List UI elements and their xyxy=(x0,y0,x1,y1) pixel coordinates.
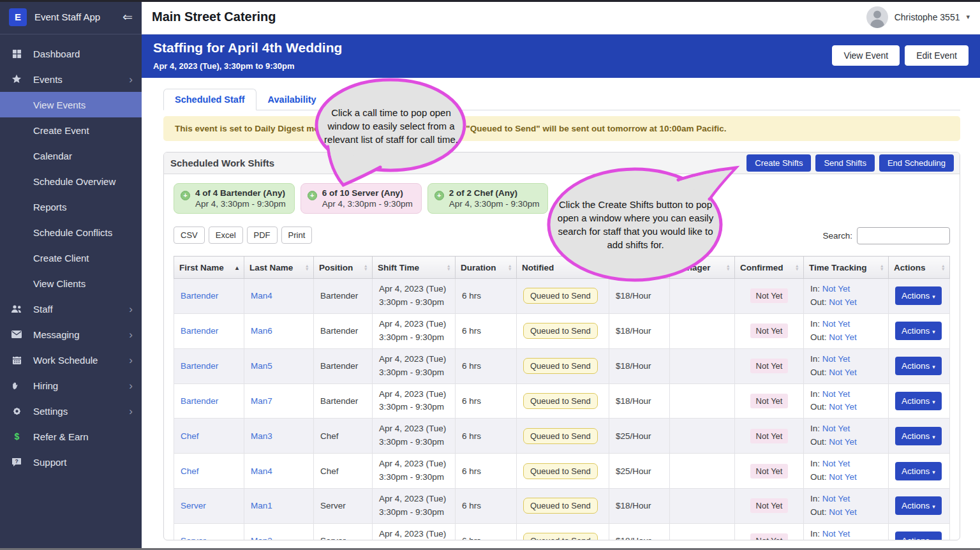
column-header-actions[interactable]: Actions▴▾ xyxy=(889,256,950,279)
first-name-link[interactable]: Chef xyxy=(181,431,199,441)
sidebar-item-support[interactable]: ?Support xyxy=(0,449,142,475)
notified-status-badge[interactable]: Queued to Send xyxy=(523,323,598,339)
sidebar-item-staff[interactable]: Staff› xyxy=(0,296,142,322)
column-header-first-name[interactable]: First Name▴ xyxy=(174,256,244,279)
plus-circle-icon: + xyxy=(181,191,190,200)
actions-label: Actions xyxy=(902,431,930,441)
sidebar-item-create-event[interactable]: Create Event xyxy=(0,117,142,143)
time-in-link[interactable]: Not Yet xyxy=(822,459,850,468)
sidebar-item-dashboard[interactable]: Dashboard xyxy=(0,41,142,66)
sidebar-item-hiring[interactable]: Hiring› xyxy=(0,373,142,398)
dashboard-grid-icon xyxy=(10,49,23,59)
time-in-link[interactable]: Not Yet xyxy=(822,424,850,433)
time-out-link[interactable]: Not Yet xyxy=(829,402,857,412)
time-in-link[interactable]: Not Yet xyxy=(822,319,850,329)
actions-dropdown-button[interactable]: Actions▾ xyxy=(895,496,942,515)
tab-bar: Scheduled StaffAvailability xyxy=(163,89,328,110)
last-name-link[interactable]: Man5 xyxy=(251,361,272,371)
column-header-last-name[interactable]: Last Name▴▾ xyxy=(244,256,314,279)
actions-dropdown-button[interactable]: Actions▾ xyxy=(895,357,942,375)
notified-status-badge[interactable]: Queued to Send xyxy=(523,428,598,444)
panel-title: Scheduled Work Shifts xyxy=(170,158,274,168)
last-name-link[interactable]: Man7 xyxy=(251,396,272,406)
time-out-link[interactable]: Not Yet xyxy=(829,437,857,447)
tab-scheduled-staff[interactable]: Scheduled Staff xyxy=(163,89,256,110)
first-name-link[interactable]: Server xyxy=(181,536,206,540)
actions-label: Actions xyxy=(902,396,930,406)
notified-status-badge[interactable]: Queued to Send xyxy=(523,393,598,409)
view-event-button[interactable]: View Event xyxy=(832,45,900,66)
print-export-button[interactable]: Print xyxy=(281,227,313,244)
column-header-time-tracking[interactable]: Time Tracking▴▾ xyxy=(804,256,889,279)
time-in-label: In: xyxy=(810,354,820,364)
sidebar-item-reports[interactable]: Reports xyxy=(0,194,142,219)
sidebar-item-messaging[interactable]: Messaging› xyxy=(0,322,142,347)
pdf-export-button[interactable]: PDF xyxy=(247,227,278,244)
sidebar-item-view-clients[interactable]: View Clients xyxy=(0,271,142,296)
actions-dropdown-button[interactable]: Actions▾ xyxy=(895,462,942,480)
last-name-link[interactable]: Man3 xyxy=(251,536,272,540)
actions-dropdown-button[interactable]: Actions▾ xyxy=(895,392,942,410)
notified-status-badge[interactable]: Queued to Send xyxy=(523,533,598,540)
time-in-link[interactable]: Not Yet xyxy=(822,529,850,539)
column-header-duration[interactable]: Duration▴▾ xyxy=(456,256,517,279)
caret-down-icon: ▾ xyxy=(932,434,935,440)
last-name-link[interactable]: Man3 xyxy=(251,431,272,441)
sidebar-item-schedule-overview[interactable]: Schedule Overview xyxy=(0,168,142,194)
actions-dropdown-button[interactable]: Actions▾ xyxy=(895,286,942,305)
sidebar-item-view-events[interactable]: View Events xyxy=(0,92,142,117)
time-out-link[interactable]: Not Yet xyxy=(829,472,857,482)
time-out-link[interactable]: Not Yet xyxy=(829,332,857,342)
end-scheduling-button[interactable]: End Scheduling xyxy=(879,154,954,172)
time-in-link[interactable]: Not Yet xyxy=(822,494,850,503)
column-header-shift-time[interactable]: Shift Time▴▾ xyxy=(373,256,456,279)
column-header-position[interactable]: Position▴▾ xyxy=(314,256,373,279)
last-name-link[interactable]: Man6 xyxy=(251,326,272,336)
notified-status-badge[interactable]: Queued to Send xyxy=(523,463,598,479)
sidebar-item-calendar[interactable]: Calendar xyxy=(0,143,142,168)
sidebar-item-events[interactable]: Events› xyxy=(0,66,142,92)
sidebar-item-work-schedule[interactable]: Work Schedule› xyxy=(0,347,142,373)
actions-dropdown-button[interactable]: Actions▾ xyxy=(895,531,942,540)
last-name-link[interactable]: Man1 xyxy=(251,501,272,510)
user-menu[interactable]: Christophe 3551 ▾ xyxy=(866,6,970,28)
time-in-link[interactable]: Not Yet xyxy=(822,389,850,399)
first-name-link[interactable]: Bartender xyxy=(181,326,218,336)
first-name-link[interactable]: Bartender xyxy=(181,361,218,371)
sidebar-item-label: View Clients xyxy=(33,278,133,289)
notified-status-badge[interactable]: Queued to Send xyxy=(523,288,598,304)
actions-dropdown-button[interactable]: Actions▾ xyxy=(895,427,942,445)
time-out-link[interactable]: Not Yet xyxy=(829,368,857,377)
sidebar-item-create-client[interactable]: Create Client xyxy=(0,245,142,271)
create-shifts-button[interactable]: Create Shifts xyxy=(746,154,811,172)
edit-event-button[interactable]: Edit Event xyxy=(905,45,969,66)
sidebar-item-schedule-conflicts[interactable]: Schedule Conflicts xyxy=(0,219,142,245)
time-out-link[interactable]: Not Yet xyxy=(829,507,857,517)
sidebar-item-refer-earn[interactable]: $Refer & Earn xyxy=(0,424,142,449)
column-header-confirmed[interactable]: Confirmed▴▾ xyxy=(735,256,804,279)
time-in-link[interactable]: Not Yet xyxy=(822,354,850,364)
sidebar-item-settings[interactable]: Settings› xyxy=(0,398,142,424)
first-name-link[interactable]: Bartender xyxy=(181,396,218,406)
sidebar-item-label: Work Schedule xyxy=(33,355,129,366)
notified-status-badge[interactable]: Queued to Send xyxy=(523,358,598,374)
csv-export-button[interactable]: CSV xyxy=(174,227,205,244)
time-out-link[interactable]: Not Yet xyxy=(829,297,857,307)
actions-dropdown-button[interactable]: Actions▾ xyxy=(895,322,942,340)
last-name-link[interactable]: Man4 xyxy=(251,291,272,301)
envelope-icon xyxy=(10,331,23,338)
notified-status-badge[interactable]: Queued to Send xyxy=(523,498,598,514)
sidebar-collapse-icon[interactable]: ⇐ xyxy=(122,10,133,24)
search-input[interactable] xyxy=(857,227,950,244)
first-name-link[interactable]: Server xyxy=(181,501,206,510)
call-time-chip-4-of-4-bartender-any[interactable]: +4 of 4 Bartender (Any)Apr 4, 3:30pm - 9… xyxy=(174,183,295,214)
excel-export-button[interactable]: Excel xyxy=(209,227,243,244)
position-cell: Bartender xyxy=(320,291,358,301)
create-shifts-callout: Click the Create Shifts button to pop op… xyxy=(541,163,742,286)
caret-down-icon: ▾ xyxy=(932,329,935,335)
time-in-link[interactable]: Not Yet xyxy=(822,284,850,294)
send-shifts-button[interactable]: Send Shifts xyxy=(815,154,875,172)
first-name-link[interactable]: Chef xyxy=(181,466,199,476)
first-name-link[interactable]: Bartender xyxy=(181,291,218,301)
last-name-link[interactable]: Man4 xyxy=(251,466,272,476)
